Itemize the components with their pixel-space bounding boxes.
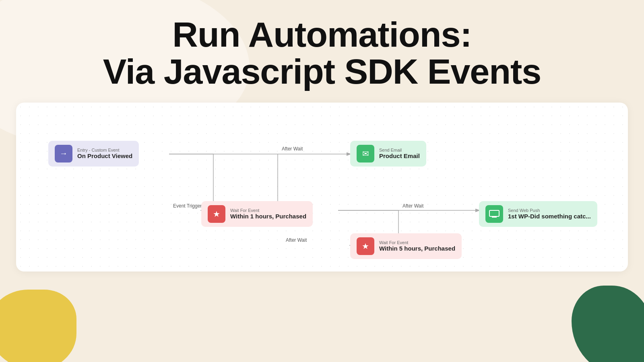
send-email-icon: ✉ [357,145,374,162]
title-line-2: Via Javascript SDK Events [103,51,541,91]
bg-yellow-blob [0,290,76,362]
label-after-wait-1: After Wait [282,146,303,152]
page-title: Run Automations: Via Javascript SDK Even… [0,16,644,90]
node-send-email[interactable]: ✉ Send Email Product Email [350,141,426,167]
send-email-title: Product Email [379,152,420,159]
node-send-push[interactable]: Send Web Push 1st WP-Did something catc.… [479,201,597,227]
wait-event-1-title: Within 1 hours, Purchased [230,213,306,220]
send-email-label: Send Email [379,148,420,152]
node-wait-event-1[interactable]: ★ Wait For Event Within 1 hours, Purchas… [201,201,313,227]
diagram-lines [36,119,608,255]
svg-rect-0 [489,210,499,216]
send-push-text: Send Web Push 1st WP-Did something catc.… [508,208,591,220]
entry-title: On Product Viewed [77,152,132,159]
wait-event-2-title: Within 5 hours, Purchased [379,245,455,252]
send-push-icon [485,205,503,223]
wait-event-1-text: Wait For Event Within 1 hours, Purchased [230,208,306,220]
bg-green-blob [572,286,644,362]
entry-text: Entry - Custom Event On Product Viewed [77,148,132,159]
wait-event-2-text: Wait For Event Within 5 hours, Purchased [379,240,455,252]
node-wait-event-2[interactable]: ★ Wait For Event Within 5 hours, Purchas… [350,233,462,259]
entry-label: Entry - Custom Event [77,148,132,152]
label-after-wait-3: After Wait [286,237,307,243]
wait-event-2-label: Wait For Event [379,240,455,245]
diagram-card: Event Triggered After Wait After Wait Af… [16,103,628,272]
label-after-wait-2: After Wait [402,203,423,209]
title-area: Run Automations: Via Javascript SDK Even… [0,0,644,103]
wait-event-1-label: Wait For Event [230,208,306,213]
send-push-label: Send Web Push [508,208,591,213]
node-entry[interactable]: → Entry - Custom Event On Product Viewed [48,141,139,167]
diagram-inner: Event Triggered After Wait After Wait Af… [36,119,608,255]
title-line-1: Run Automations: [172,14,471,54]
wait-event-2-icon: ★ [357,237,374,255]
send-push-title: 1st WP-Did something catc... [508,213,591,220]
wait-event-1-icon: ★ [208,205,225,223]
send-email-text: Send Email Product Email [379,148,420,159]
entry-icon: → [55,145,72,162]
